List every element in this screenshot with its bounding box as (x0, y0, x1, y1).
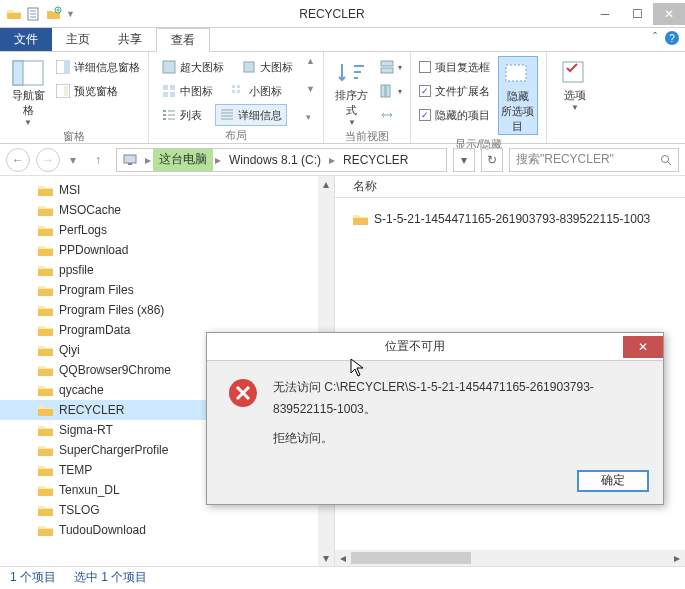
ribbon-group-options: 选项 ▼ (547, 52, 603, 143)
navigation-pane-button[interactable]: 导航窗格 ▼ (8, 56, 48, 127)
column-header-name[interactable]: 名称 (335, 176, 685, 198)
properties-icon[interactable] (26, 6, 42, 22)
ribbon-tabs: 文件 主页 共享 查看 ˆ ? (0, 28, 685, 52)
folder-icon (38, 364, 53, 376)
hide-selected-button[interactable]: 隐藏 所选项目 (498, 56, 538, 135)
minimize-button[interactable]: ─ (589, 3, 621, 25)
scroll-down-icon[interactable]: ▾ (318, 550, 334, 566)
columns-icon (380, 84, 394, 98)
search-icon (660, 154, 672, 166)
chevron-right-icon[interactable]: ▸ (143, 153, 153, 167)
layout-scroll-up-icon[interactable]: ▲ (306, 56, 315, 66)
svg-rect-3 (13, 61, 23, 85)
error-icon (227, 377, 259, 409)
item-checkboxes-toggle[interactable]: 项目复选框 (419, 56, 490, 78)
back-button[interactable]: ← (6, 148, 30, 172)
status-item-count: 1 个项目 (10, 569, 56, 586)
tree-item-label: SuperChargerProfile (59, 443, 168, 457)
address-dropdown-button[interactable]: ▾ (453, 148, 475, 172)
dialog-title: 位置不可用 (207, 338, 623, 355)
folder-icon[interactable] (6, 6, 22, 22)
files-h-scrollbar[interactable]: ◂ ▸ (335, 550, 685, 566)
new-folder-icon[interactable] (46, 6, 62, 22)
tab-view[interactable]: 查看 (156, 28, 210, 52)
search-box[interactable]: 搜索"RECYCLER" (509, 148, 679, 172)
dialog-titlebar[interactable]: 位置不可用 ✕ (207, 333, 663, 361)
folder-icon (38, 304, 53, 316)
folder-icon (38, 404, 53, 416)
tree-item-label: ProgramData (59, 323, 130, 337)
tree-item[interactable]: MSOCache (0, 200, 334, 220)
svg-rect-19 (381, 68, 393, 73)
list-item[interactable]: S-1-5-21-1454471165-261903793-839522115-… (335, 208, 685, 230)
quick-access-toolbar: ▼ (0, 6, 75, 22)
tree-item-label: Sigma-RT (59, 423, 113, 437)
dialog-close-button[interactable]: ✕ (623, 336, 663, 358)
layout-scroll-down-icon[interactable]: ▼ (306, 84, 315, 94)
scroll-right-icon[interactable]: ▸ (669, 551, 685, 565)
svg-rect-18 (381, 61, 393, 66)
chevron-right-icon[interactable]: ▸ (213, 153, 223, 167)
tree-item[interactable]: PerfLogs (0, 220, 334, 240)
pc-icon (123, 153, 137, 167)
view-large[interactable]: 大图标 (237, 56, 298, 78)
tree-item[interactable]: MSI (0, 180, 334, 200)
help-icon[interactable]: ? (665, 31, 679, 45)
chevron-right-icon[interactable]: ▸ (327, 153, 337, 167)
breadcrumb-pc[interactable]: 这台电脑 (153, 149, 213, 171)
tree-item[interactable]: Program Files (0, 280, 334, 300)
nav-pane-icon (12, 60, 44, 86)
qat-dropdown-icon[interactable]: ▼ (66, 9, 75, 19)
group-by-button[interactable]: ▾ (380, 56, 402, 78)
up-button[interactable]: ↑ (86, 148, 110, 172)
scroll-up-icon[interactable]: ▴ (318, 176, 334, 192)
tree-item-label: Program Files (x86) (59, 303, 164, 317)
scroll-thumb[interactable] (351, 552, 471, 564)
tab-home[interactable]: 主页 (52, 28, 104, 51)
address-bar[interactable]: ▸ 这台电脑 ▸ Windows 8.1 (C:) ▸ RECYCLER (116, 148, 447, 172)
refresh-button[interactable]: ↻ (481, 148, 503, 172)
chevron-down-icon: ▾ (398, 63, 402, 72)
tree-item[interactable]: Program Files (x86) (0, 300, 334, 320)
options-button[interactable]: 选项 ▼ (555, 56, 595, 112)
tab-share[interactable]: 共享 (104, 28, 156, 51)
svg-rect-24 (124, 155, 136, 163)
view-extra-large[interactable]: 超大图标 (157, 56, 229, 78)
details-pane-button[interactable]: 详细信息窗格 (56, 56, 140, 78)
close-button[interactable]: ✕ (653, 3, 685, 25)
tree-item[interactable]: PPDownload (0, 240, 334, 260)
preview-pane-button[interactable]: 预览窗格 (56, 80, 140, 102)
sort-by-button[interactable]: 排序方式 ▼ (332, 56, 372, 127)
layout-more-icon[interactable]: ▾ (306, 112, 315, 122)
forward-button[interactable]: → (36, 148, 60, 172)
maximize-button[interactable]: ☐ (621, 3, 653, 25)
folder-icon (353, 213, 368, 225)
tree-item-label: QQBrowser9Chrome (59, 363, 171, 377)
minimize-ribbon-icon[interactable]: ˆ (653, 31, 657, 45)
add-columns-button[interactable]: ▾ (380, 80, 402, 102)
tab-file[interactable]: 文件 (0, 28, 52, 51)
status-selection: 选中 1 个项目 (74, 569, 147, 586)
view-medium[interactable]: 中图标 (157, 80, 218, 102)
history-dropdown-icon[interactable]: ▾ (66, 153, 80, 167)
breadcrumb-drive[interactable]: Windows 8.1 (C:) (223, 149, 327, 171)
details-icon (220, 108, 234, 122)
scroll-left-icon[interactable]: ◂ (335, 551, 351, 565)
view-list[interactable]: 列表 (157, 104, 207, 126)
file-extensions-toggle[interactable]: ✓文件扩展名 (419, 80, 490, 102)
tree-item[interactable]: TudouDownload (0, 520, 334, 540)
folder-icon (38, 464, 53, 476)
scroll-track[interactable] (351, 550, 669, 566)
folder-icon (38, 244, 53, 256)
breadcrumb-folder[interactable]: RECYCLER (337, 149, 414, 171)
hidden-items-toggle[interactable]: ✓隐藏的项目 (419, 104, 490, 126)
ok-button[interactable]: 确定 (577, 470, 649, 492)
svg-rect-20 (381, 85, 385, 97)
address-root[interactable] (117, 149, 143, 171)
size-columns-button[interactable] (380, 104, 402, 126)
svg-rect-17 (237, 90, 240, 93)
view-small[interactable]: 小图标 (226, 80, 287, 102)
tree-item[interactable]: ppsfile (0, 260, 334, 280)
view-details[interactable]: 详细信息 (215, 104, 287, 126)
ribbon-group-layout: 超大图标 大图标 中图标 小图标 列表 详细信息 ▲ ▼ ▾ 布局 (149, 52, 324, 143)
